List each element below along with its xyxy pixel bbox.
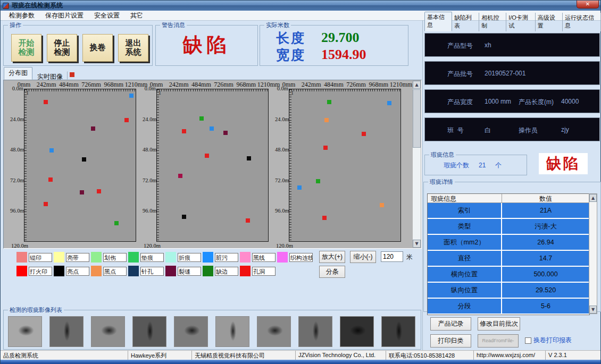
x-axis-tick-label: 242mm — [169, 81, 189, 89]
y-axis-tick-label: 120.0m — [276, 243, 297, 249]
zoom-in-button[interactable]: 放大(+) — [319, 251, 345, 263]
menu-item[interactable]: 安全设置 — [89, 11, 125, 21]
y-axis-tick-label: 120.0m — [144, 243, 165, 249]
legend-color-swatch — [16, 266, 27, 276]
read-from-file-button[interactable]: ReadFromFile-SIM — [478, 334, 519, 348]
defect-thumbnail[interactable] — [381, 316, 415, 347]
y-axis-tick-label: 0.0m — [143, 86, 156, 91]
distribution-chart-panel: 0mm242mm484mm726mm968mm1210mm0.0m24.0m48… — [3, 80, 422, 249]
chart-plot-area[interactable]: 1 — [156, 89, 269, 242]
table-row[interactable]: 纵向位置29.520 — [428, 283, 589, 299]
legend-label: 亮带 — [66, 253, 89, 262]
table-row[interactable]: 类型污渍-大 — [428, 219, 589, 235]
legend-color-swatch — [128, 266, 139, 276]
menu-item[interactable]: 检测参数 — [4, 11, 40, 21]
defect-thumbnail[interactable] — [132, 316, 166, 347]
vertical-divider — [422, 20, 423, 350]
tab-distribution[interactable]: 分布图 — [4, 67, 32, 80]
start-detect-button[interactable]: 开始 检测 — [11, 34, 41, 62]
defect-thumbnail[interactable] — [215, 316, 249, 347]
status-segment: http://www.wxjzsj.com/ — [474, 351, 546, 360]
close-icon[interactable]: ✕ — [577, 1, 599, 9]
y-axis-tick-label: 48.0m — [275, 147, 288, 153]
menu-item[interactable]: 其它 — [125, 11, 148, 21]
field-value: 40000 — [561, 98, 579, 105]
row-label: 分段 — [428, 299, 502, 314]
legend-color-swatch — [203, 266, 213, 276]
table-scroll-down-icon[interactable]: ▼ — [589, 306, 597, 314]
legend-label: 织构连线 — [289, 253, 313, 262]
product-info-row: 班 号白操作员zjy — [424, 117, 600, 141]
operation-buttons: 开始 检测停止 检测换卷退出 系统 — [4, 29, 152, 62]
table-row[interactable]: 横向位置500.000 — [428, 267, 589, 283]
row-value: 5-6 — [502, 299, 589, 314]
tab-info-5[interactable]: 运行状态信息 — [563, 13, 601, 31]
y-axis-tick-label: 48.0m — [10, 147, 23, 153]
defect-alarm-badge: 缺陷 — [539, 153, 588, 174]
legend-color-swatch — [165, 266, 176, 276]
defect-thumbnail[interactable] — [174, 316, 208, 347]
field-value: 1000 mm — [485, 98, 511, 105]
table-row[interactable]: 索引21A — [428, 203, 589, 219]
scroll-down-icon[interactable]: ▼ — [413, 240, 421, 248]
print-classify-button[interactable]: 打印归类 — [430, 334, 471, 348]
legend-color-swatch — [54, 252, 64, 263]
menu-item[interactable]: 保存图片设置 — [40, 11, 89, 21]
scroll-up-icon[interactable]: ▲ — [413, 81, 421, 89]
tab-basic-info[interactable]: 基本信息 — [424, 12, 452, 31]
defect-info-groupbox: 瑕疵信息 瑕疵个数 21 个 — [424, 151, 527, 175]
defect-thumbnail[interactable] — [340, 316, 374, 347]
split-button[interactable]: 分条 — [319, 266, 345, 278]
width-label: 宽度 — [276, 46, 321, 64]
tab-info-3[interactable]: I/O卡测试 — [506, 13, 536, 31]
tab-info-1[interactable]: 缺陷列表 — [452, 13, 479, 31]
operation-groupbox: 操作 开始 检测停止 检测换卷退出 系统 — [3, 21, 153, 66]
length-value: 29.700 — [321, 30, 360, 46]
chart-scrollbar[interactable]: ▲ ▼ — [413, 81, 421, 248]
y-axis-tick-label: 24.0m — [275, 116, 288, 122]
defect-thumbnail[interactable] — [8, 316, 42, 347]
table-row[interactable]: 直径14.7 — [428, 251, 589, 267]
defect-image-list-title: 检测的瑕疵影像列表 — [8, 306, 64, 314]
field-value: xh — [485, 41, 491, 49]
row-value: 500.000 — [502, 267, 589, 282]
defect-thumbnail[interactable] — [49, 316, 84, 347]
chart-plot-area[interactable]: 1 — [24, 89, 136, 242]
table-scroll-up-icon[interactable]: ▲ — [589, 194, 597, 202]
legend-label: 脏污 — [215, 253, 238, 262]
legend-item: 垫痕 — [128, 250, 165, 264]
table-row[interactable]: 面积（mm2）26.94 — [428, 235, 589, 251]
defect-point — [114, 221, 119, 225]
defect-image-list-groupbox: 检测的瑕疵影像列表 — [3, 306, 421, 350]
product-record-button[interactable]: 产品记录 — [430, 317, 471, 331]
y-axis-tick-label: 96.0m — [143, 208, 156, 214]
meters-input[interactable] — [381, 251, 403, 262]
roll-print-checkbox[interactable] — [525, 337, 531, 344]
defect-thumbnail[interactable] — [91, 316, 125, 347]
change-roll-button[interactable]: 换卷 — [82, 34, 113, 62]
defect-point — [316, 179, 320, 183]
defect-point — [322, 216, 327, 220]
product-info-panel: 产品型号xh产品批号20190527-001产品宽度1000 mm产品长度(m)… — [424, 33, 600, 146]
legend-color-swatch — [91, 252, 102, 263]
legend-item: 打火印 — [16, 264, 54, 278]
table-row[interactable]: 分段5-6 — [428, 299, 589, 315]
scatter-chart: 0mm242mm484mm726mm968mm1210mm0.0m24.0m48… — [275, 80, 401, 248]
defect-point — [82, 157, 86, 162]
tab-info-2[interactable]: 相机控制 — [479, 13, 506, 31]
chart-plot-area[interactable]: 1 — [289, 89, 401, 242]
exit-system-button[interactable]: 退出 系统 — [118, 34, 148, 62]
stop-detect-button[interactable]: 停止 检测 — [47, 34, 77, 62]
zoom-out-button[interactable]: 缩小(-) — [350, 251, 376, 263]
table-scrollbar[interactable]: ▲ ▼ — [589, 193, 597, 314]
view-tab-strip: 分布图实时图像 — [4, 69, 74, 80]
tab-info-4[interactable]: 高级设置 — [536, 13, 563, 31]
modify-batch-button[interactable]: 修改目前批次 — [478, 317, 520, 331]
defect-thumbnail[interactable] — [257, 316, 291, 347]
y-axis-tick-label: 96.0m — [10, 208, 23, 214]
tab-live-image[interactable]: 实时图像 — [32, 71, 68, 80]
scrollbar-thumb[interactable] — [413, 89, 421, 148]
defect-thumbnail[interactable] — [298, 316, 332, 347]
legend-item: 针孔 — [128, 264, 165, 278]
legend-color-swatch — [54, 266, 64, 276]
